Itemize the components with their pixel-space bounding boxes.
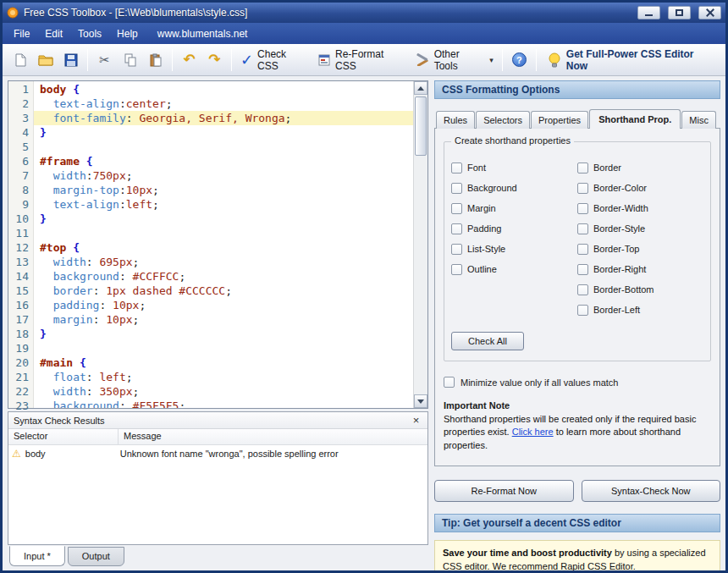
checkbox-padding[interactable]: Padding bbox=[451, 218, 577, 239]
checkbox-box[interactable] bbox=[451, 244, 462, 255]
code-line[interactable] bbox=[34, 226, 413, 240]
checkbox-border-right[interactable]: Border-Right bbox=[577, 259, 703, 279]
checkbox-box[interactable] bbox=[451, 264, 462, 275]
column-header-selector[interactable]: Selector bbox=[8, 429, 119, 444]
check-css-button[interactable]: ✓ Check CSS bbox=[236, 47, 312, 73]
code-line[interactable]: margin-top:10px; bbox=[34, 183, 413, 197]
code-line[interactable]: body { bbox=[34, 82, 413, 96]
get-editor-promo[interactable]: Get Full-Power CSS Editor Now bbox=[541, 48, 720, 72]
checkbox-border[interactable]: Border bbox=[577, 157, 703, 178]
menu-file[interactable]: File bbox=[6, 25, 37, 43]
tab-selectors[interactable]: Selectors bbox=[476, 111, 530, 129]
line-number: 16 bbox=[8, 298, 29, 312]
menubar-site-link[interactable]: www.blumentals.net bbox=[157, 28, 248, 40]
checkbox-box[interactable] bbox=[577, 264, 588, 275]
reformat-now-button[interactable]: Re-Format Now bbox=[434, 480, 574, 502]
save-button[interactable] bbox=[58, 47, 83, 73]
checkbox-box[interactable] bbox=[577, 203, 588, 214]
line-number: 5 bbox=[8, 140, 29, 154]
checkbox-box[interactable] bbox=[577, 163, 588, 174]
checkbox-box[interactable] bbox=[451, 183, 462, 194]
new-button[interactable] bbox=[8, 47, 32, 73]
check-all-button[interactable]: Check All bbox=[451, 332, 524, 350]
results-close-button[interactable]: × bbox=[410, 414, 422, 427]
code-line[interactable]: text-align:left; bbox=[34, 197, 413, 212]
syntax-check-now-button[interactable]: Syntax-Check Now bbox=[582, 480, 721, 502]
checkbox-margin[interactable]: Margin bbox=[451, 198, 577, 218]
minimize-checkbox[interactable] bbox=[444, 377, 455, 388]
tab-shorthand-prop[interactable]: Shorthand Prop. bbox=[589, 109, 681, 129]
checkbox-box[interactable] bbox=[577, 223, 588, 234]
checkbox-box[interactable] bbox=[577, 284, 588, 295]
code-line[interactable]: } bbox=[34, 125, 413, 140]
code-line[interactable]: width: 350px; bbox=[34, 384, 413, 399]
minimize-checkbox-row[interactable]: Minimize value only if all values match bbox=[444, 377, 711, 388]
minimize-button[interactable] bbox=[637, 6, 660, 19]
help-button[interactable]: ? bbox=[507, 47, 532, 73]
cut-button[interactable]: ✂ bbox=[92, 47, 117, 73]
code-line[interactable]: font-family: Georgia, Serif, Wronga; bbox=[34, 111, 413, 125]
checkbox-box[interactable] bbox=[451, 203, 462, 214]
code-line[interactable]: width:750px; bbox=[34, 168, 413, 183]
undo-button[interactable]: ↶ bbox=[177, 47, 201, 73]
tab-input[interactable]: Input * bbox=[9, 546, 65, 566]
checkbox-border-left[interactable]: Border-Left bbox=[577, 300, 703, 320]
code-line[interactable] bbox=[34, 341, 413, 355]
tab-properties[interactable]: Properties bbox=[531, 111, 588, 129]
checkbox-font[interactable]: Font bbox=[451, 157, 577, 178]
result-row[interactable]: ⚠bodyUnknown font name "wronga", possibl… bbox=[8, 445, 427, 462]
scroll-down-button[interactable] bbox=[414, 394, 427, 408]
code-line[interactable]: } bbox=[34, 327, 413, 341]
scrollbar-thumb[interactable] bbox=[415, 96, 427, 156]
checkbox-box[interactable] bbox=[577, 244, 588, 255]
checkbox-border-color[interactable]: Border-Color bbox=[577, 178, 703, 198]
reformat-css-button[interactable]: Re-Format CSS bbox=[313, 47, 410, 73]
tab-rules[interactable]: Rules bbox=[436, 111, 475, 129]
checkbox-border-style[interactable]: Border-Style bbox=[577, 218, 703, 239]
code-editor[interactable]: 1234567891011121314151617181920212223 bo… bbox=[8, 80, 428, 409]
editor-code[interactable]: body { text-align:center; font-family: G… bbox=[34, 81, 413, 408]
tab-output[interactable]: Output bbox=[68, 547, 124, 566]
code-line[interactable]: width: 695px; bbox=[34, 255, 413, 269]
code-line[interactable]: #frame { bbox=[34, 154, 413, 168]
checkbox-box[interactable] bbox=[451, 163, 462, 174]
note-click-here-link[interactable]: Click here bbox=[512, 427, 554, 437]
close-button[interactable] bbox=[698, 6, 721, 19]
maximize-button[interactable] bbox=[668, 6, 691, 19]
toolbar-separator bbox=[172, 49, 173, 71]
line-number: 18 bbox=[8, 327, 29, 341]
code-line[interactable]: } bbox=[34, 212, 413, 226]
menu-edit[interactable]: Edit bbox=[37, 25, 70, 43]
redo-button[interactable]: ↷ bbox=[202, 47, 227, 73]
code-line[interactable]: background: #CCFFCC; bbox=[34, 269, 413, 284]
scroll-up-button[interactable] bbox=[414, 81, 427, 95]
paste-button[interactable] bbox=[143, 47, 168, 73]
code-line[interactable]: text-align:center; bbox=[34, 96, 413, 111]
code-line[interactable]: #main { bbox=[34, 355, 413, 370]
checkbox-outline[interactable]: Outline bbox=[451, 259, 577, 279]
open-button[interactable] bbox=[33, 47, 58, 73]
code-line[interactable] bbox=[34, 140, 413, 154]
code-line[interactable]: float: left; bbox=[34, 370, 413, 384]
copy-button[interactable] bbox=[118, 47, 142, 73]
checkbox-border-bottom[interactable]: Border-Bottom bbox=[577, 279, 703, 300]
menu-help[interactable]: Help bbox=[109, 25, 146, 43]
checkbox-border-top[interactable]: Border-Top bbox=[577, 239, 703, 259]
checkbox-list-style[interactable]: List-Style bbox=[451, 239, 577, 259]
code-line[interactable]: margin: 10px; bbox=[34, 312, 413, 327]
other-tools-button[interactable]: Other Tools ▾ bbox=[411, 47, 498, 73]
checkbox-box[interactable] bbox=[451, 223, 462, 234]
code-line[interactable]: border: 1px dashed #CCCCCC; bbox=[34, 284, 413, 298]
code-line[interactable]: padding: 10px; bbox=[34, 298, 413, 312]
column-header-message[interactable]: Message bbox=[119, 429, 427, 444]
menu-tools[interactable]: Tools bbox=[70, 25, 109, 43]
checkbox-box[interactable] bbox=[577, 305, 588, 316]
code-line[interactable]: background: #F5F5F5; bbox=[34, 399, 413, 408]
checkbox-box[interactable] bbox=[577, 183, 588, 194]
checkbox-background[interactable]: Background bbox=[451, 178, 577, 198]
checkbox-border-width[interactable]: Border-Width bbox=[577, 198, 703, 218]
code-line[interactable]: #top { bbox=[34, 240, 413, 255]
scrollbar-track[interactable] bbox=[414, 156, 427, 394]
tab-misc[interactable]: Misc bbox=[681, 111, 716, 129]
editor-vertical-scrollbar[interactable] bbox=[413, 81, 427, 408]
